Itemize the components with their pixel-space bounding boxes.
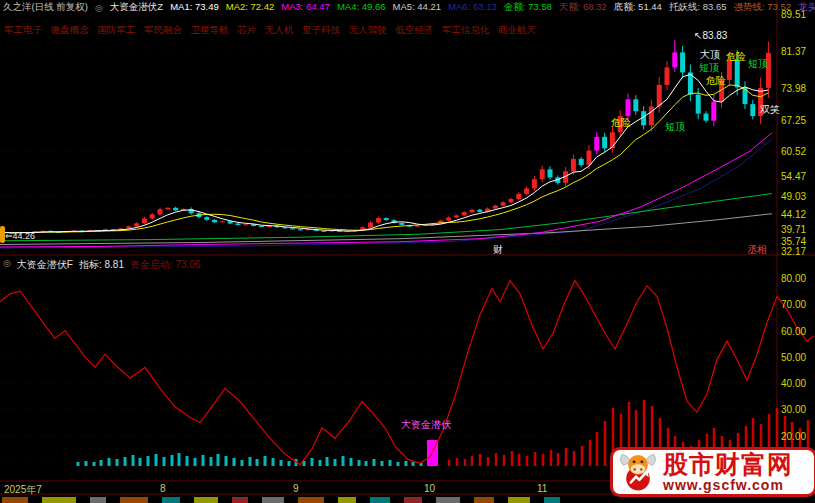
indicator-signal-label: 大资金潜伏 — [401, 418, 451, 432]
clipped-text-fragment — [232, 497, 248, 503]
ma-value: 底额: 51.44 — [614, 1, 662, 14]
clipped-text-fragment — [404, 497, 422, 503]
bull-logo-icon — [617, 451, 659, 493]
clipped-text-fragment — [338, 497, 356, 503]
clipped-text-fragment — [194, 497, 218, 503]
timeline-label: 10 — [424, 483, 435, 494]
clipped-text-fragment — [474, 497, 494, 503]
stock-title: 久之洋(日线 前复权) — [3, 1, 88, 14]
indicator-name[interactable]: 大资金潜伏F — [17, 258, 73, 272]
ma-value: 强势线: 73.52 — [733, 1, 791, 14]
clipped-text-fragment — [90, 497, 106, 503]
indicator-panel-header: ◎ 大资金潜伏F 指标: 8.81 资金启动: 73.06 — [3, 258, 201, 272]
clipped-text-fragment — [42, 497, 76, 503]
ma-value: 天额: 68.32 — [559, 1, 607, 14]
timeline-label: 2025年7 — [4, 483, 42, 497]
clipped-text-fragment — [120, 497, 148, 503]
watermark-badge: 股市财富网 www.gscfw.com — [610, 447, 815, 497]
indicator-toggle-icon[interactable]: ◎ — [95, 3, 103, 13]
timeline-label: 11 — [537, 483, 547, 494]
clipped-status-bar — [0, 497, 815, 503]
ma-value: 托妖线: 83.65 — [669, 1, 727, 14]
indicator-metric: 指标: 8.81 — [79, 258, 124, 272]
clipped-text-fragment — [162, 497, 180, 503]
left-edge-marker — [0, 226, 5, 243]
ma-value: MA2: 72.42 — [226, 1, 275, 14]
watermark-site-name: 股市财富网 — [663, 452, 793, 477]
clipped-text-fragment — [2, 497, 28, 503]
ma-value: MA1: 73.49 — [170, 1, 219, 14]
ma-values-list: MA1: 73.49MA2: 72.42MA3: 64.47MA4: 49.66… — [170, 1, 815, 14]
main-chart-header: 久之洋(日线 前复权) ◎ 大资金潜伏Z MA1: 73.49MA2: 72.4… — [3, 1, 815, 14]
concept-tags: 军工电子 微盘概念 国防军工 军民融合 卫星导航 芯片 无人机 量子科技 无人驾… — [4, 24, 536, 37]
clipped-text-fragment — [508, 497, 530, 503]
ma-value: MA3: 64.47 — [281, 1, 330, 14]
ma-value: 金额: 73.58 — [504, 1, 552, 14]
ma-value: MA5: 44.21 — [393, 1, 442, 14]
ma-value: MA4: 49.66 — [337, 1, 386, 14]
clipped-text-fragment — [370, 497, 390, 503]
clipped-text-fragment — [544, 497, 560, 503]
indicator-toggle-icon[interactable]: ◎ — [3, 258, 11, 272]
clipped-text-fragment — [436, 497, 460, 503]
ma-value: MA6: 63.13 — [448, 1, 497, 14]
watermark-site-url: www.gscfw.com — [663, 478, 793, 492]
indicator-secondary-metric: 资金启动: 73.06 — [130, 258, 201, 272]
timeline-label: 9 — [293, 483, 299, 494]
ma-value: 龙头起爆: 66.52 — [798, 1, 815, 14]
main-indicator-name[interactable]: 大资金潜伏Z — [110, 1, 163, 14]
clipped-text-fragment — [298, 497, 324, 503]
trading-app-window: 久之洋(日线 前复权) ◎ 大资金潜伏Z MA1: 73.49MA2: 72.4… — [0, 0, 815, 503]
clipped-text-fragment — [262, 497, 284, 503]
timeline-label: 8 — [160, 483, 166, 494]
